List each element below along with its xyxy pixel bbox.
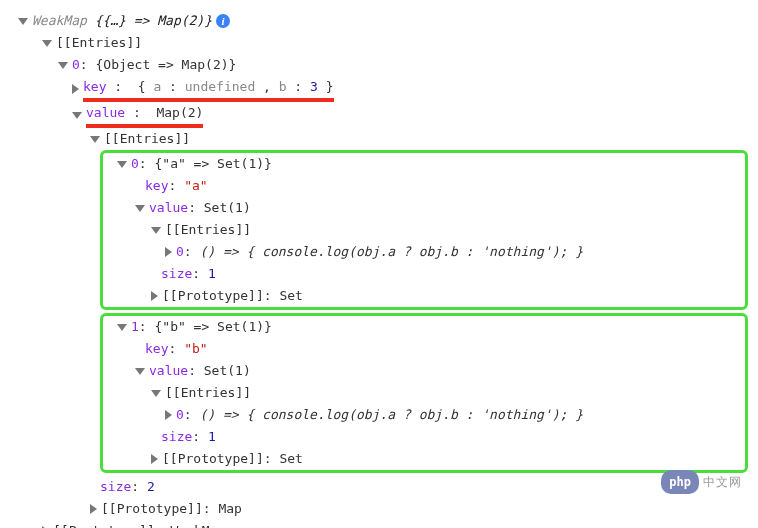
chevron-right-icon[interactable] — [165, 410, 172, 420]
entry-index: 0 — [131, 153, 139, 175]
internal-slot-label: [[Prototype]] — [162, 285, 264, 307]
entries[interactable]: [[Entries]] — [0, 32, 758, 54]
brace-open: { — [138, 79, 146, 94]
key-label: key — [145, 338, 168, 360]
map-entry-1-value[interactable]: value : Set(1) — [103, 360, 745, 382]
set-entry-0[interactable]: 0 : () => { console.log(obj.a ? obj.b : … — [103, 404, 745, 426]
info-icon[interactable]: i — [216, 14, 230, 28]
function-source: () => { console.log(obj.a ? obj.b : 'not… — [199, 241, 583, 263]
value-label: value — [86, 105, 125, 120]
value-preview: Map(2) — [156, 105, 203, 120]
map-entry-0[interactable]: 0 : {"a" => Set(1)} — [103, 153, 745, 175]
set-size: size : 1 — [103, 263, 745, 285]
entry-index: 0 — [72, 54, 80, 76]
internal-slot-label: [[Prototype]] — [101, 498, 203, 520]
key-a-name: a — [153, 79, 161, 94]
entry-preview: {"b" => Set(1)} — [154, 316, 271, 338]
internal-slot-label: [[Entries]] — [165, 219, 251, 241]
key-value: "b" — [184, 338, 207, 360]
map-size: size : 2 — [0, 476, 758, 498]
key-b-value: 3 — [310, 79, 318, 94]
chevron-right-icon[interactable] — [151, 291, 158, 301]
root-prototype[interactable]: [[Prototype]] : WeakMap — [0, 520, 758, 528]
chevron-right-icon[interactable] — [72, 84, 79, 94]
key-b-name: b — [279, 79, 287, 94]
chevron-down-icon[interactable] — [151, 390, 161, 397]
set-size: size : 1 — [103, 426, 745, 448]
chevron-down-icon[interactable] — [18, 18, 28, 25]
entry-index: 1 — [131, 316, 139, 338]
chevron-down-icon[interactable] — [135, 205, 145, 212]
chevron-down-icon[interactable] — [90, 136, 100, 143]
internal-slot-label: [[Entries]] — [56, 32, 142, 54]
key-a-value: undefined — [185, 79, 255, 94]
set-entry-0[interactable]: 0 : () => { console.log(obj.a ? obj.b : … — [103, 241, 745, 263]
internal-slot-label: [[Entries]] — [165, 382, 251, 404]
root-summary[interactable]: WeakMap {{…} => Map(2)} i — [0, 10, 758, 32]
root-type: WeakMap — [32, 10, 87, 32]
value-label: value — [149, 197, 188, 219]
chevron-down-icon[interactable] — [117, 324, 127, 331]
prototype-value: Map — [218, 498, 241, 520]
size-label: size — [161, 426, 192, 448]
map-entry-1-key: key : "b" — [103, 338, 745, 360]
prototype-value: Set — [279, 448, 302, 470]
set-prototype[interactable]: [[Prototype]] : Set — [103, 285, 745, 307]
chevron-down-icon[interactable] — [117, 161, 127, 168]
chevron-right-icon[interactable] — [165, 247, 172, 257]
watermark-badge: php — [661, 470, 699, 494]
function-source: () => { console.log(obj.a ? obj.b : 'not… — [199, 404, 583, 426]
value-label: value — [149, 360, 188, 382]
colon: : — [294, 79, 310, 94]
set-prototype[interactable]: [[Prototype]] : Set — [103, 448, 745, 470]
set-entries[interactable]: [[Entries]] — [103, 219, 745, 241]
size-value: 1 — [208, 426, 216, 448]
entry-0[interactable]: 0 : {Object => Map(2)} — [0, 54, 758, 76]
prototype-value: WeakMap — [170, 520, 225, 528]
internal-slot-label: [[Prototype]] — [162, 448, 264, 470]
chevron-down-icon[interactable] — [151, 227, 161, 234]
highlight-box-a: 0 : {"a" => Set(1)} key : "a" value : Se… — [100, 150, 748, 310]
value-preview: Set(1) — [204, 360, 251, 382]
size-label: size — [161, 263, 192, 285]
watermark: php 中文网 — [661, 470, 742, 494]
size-value: 2 — [147, 476, 155, 498]
map-entries[interactable]: [[Entries]] — [0, 128, 758, 150]
chevron-down-icon[interactable] — [58, 62, 68, 69]
entry-0-value[interactable]: value : Map(2) — [0, 102, 758, 128]
brace-close: } — [326, 79, 334, 94]
key-label: key — [83, 79, 106, 94]
map-prototype[interactable]: [[Prototype]] : Map — [0, 498, 758, 520]
entry-preview: {Object => Map(2)} — [95, 54, 236, 76]
chevron-right-icon[interactable] — [90, 504, 97, 514]
internal-slot-label: [[Entries]] — [104, 128, 190, 150]
prototype-value: Set — [279, 285, 302, 307]
colon: : — [169, 79, 185, 94]
map-entry-1[interactable]: 1 : {"b" => Set(1)} — [103, 316, 745, 338]
set-entries[interactable]: [[Entries]] — [103, 382, 745, 404]
map-entry-0-value[interactable]: value : Set(1) — [103, 197, 745, 219]
chevron-down-icon[interactable] — [42, 40, 52, 47]
comma: , — [263, 79, 279, 94]
size-label: size — [100, 476, 131, 498]
chevron-down-icon[interactable] — [72, 112, 82, 119]
root-preview: {{…} => Map(2)} — [95, 10, 212, 32]
entry-preview: {"a" => Set(1)} — [154, 153, 271, 175]
entry-index: 0 — [176, 404, 184, 426]
entry-index: 0 — [176, 241, 184, 263]
key-label: key — [145, 175, 168, 197]
chevron-down-icon[interactable] — [135, 368, 145, 375]
watermark-text: 中文网 — [703, 471, 742, 493]
highlight-box-b: 1 : {"b" => Set(1)} key : "b" value : Se… — [100, 313, 748, 473]
internal-slot-label: [[Prototype]] — [53, 520, 155, 528]
size-value: 1 — [208, 263, 216, 285]
value-preview: Set(1) — [204, 197, 251, 219]
chevron-right-icon[interactable] — [151, 454, 158, 464]
map-entry-0-key: key : "a" — [103, 175, 745, 197]
key-value: "a" — [184, 175, 207, 197]
entry-0-key[interactable]: key : { a : undefined , b : 3 } — [0, 76, 758, 102]
